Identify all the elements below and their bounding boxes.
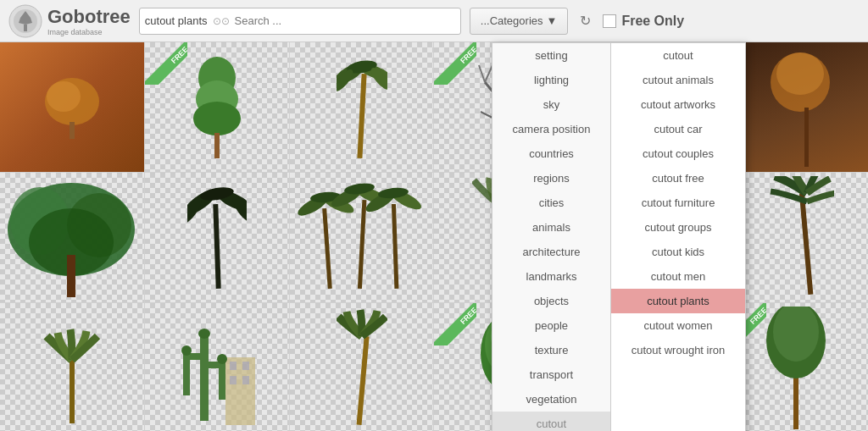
logo-title: Gobotree [47, 6, 131, 28]
right-menu-item-cutout[interactable]: cutout [611, 43, 745, 68]
svg-rect-41 [213, 203, 220, 288]
svg-rect-11 [357, 73, 366, 157]
right-menu-item-cutout-plants[interactable]: cutout plants [611, 289, 745, 313]
logo-subtitle: Image database [47, 28, 131, 36]
svg-rect-69 [200, 336, 209, 421]
right-menu-item-cutout-free[interactable]: cutout free [611, 166, 745, 191]
right-menu-item-cutout-women[interactable]: cutout women [611, 313, 745, 338]
categories-button[interactable]: ...Categories ▼ [470, 8, 569, 35]
search-input[interactable] [235, 14, 455, 27]
free-ribbon-16 [434, 303, 476, 345]
svg-rect-40 [67, 255, 75, 297]
svg-rect-6 [70, 122, 75, 139]
svg-rect-51 [358, 199, 366, 288]
tree-image-8 [187, 179, 247, 297]
tree-image-9 [296, 179, 427, 297]
right-menu-item-cutout-animals[interactable]: cutout animals [611, 68, 745, 92]
free-ribbon-4 [434, 42, 476, 85]
right-menu-item-cutout-artworks[interactable]: cutout artworks [611, 92, 745, 117]
tree-image-2 [187, 52, 247, 163]
svg-rect-63 [70, 360, 75, 423]
svg-rect-73 [209, 362, 219, 368]
left-menu-item-sky[interactable]: sky [492, 92, 610, 117]
chevron-down-icon: ▼ [547, 14, 558, 27]
left-menu-item-setting[interactable]: setting [492, 43, 610, 68]
refresh-button[interactable]: ↻ [576, 9, 594, 32]
svg-rect-77 [356, 336, 369, 425]
image-cell-1[interactable] [0, 42, 144, 172]
left-menu-item-texture[interactable]: texture [492, 338, 610, 362]
left-menu-item-camera-position[interactable]: camera position [492, 117, 610, 141]
image-cell-13[interactable] [0, 303, 144, 431]
left-menu-item-cutout[interactable]: cutout [492, 412, 610, 431]
image-cell-15[interactable] [290, 303, 434, 431]
svg-point-74 [198, 329, 210, 339]
search-box: cutout plants ⊙⊙ [139, 8, 461, 35]
svg-rect-62 [799, 193, 813, 295]
free-only-container: Free Only [603, 14, 684, 29]
svg-rect-66 [242, 362, 249, 370]
svg-rect-10 [214, 133, 220, 158]
image-cell-3[interactable] [290, 42, 434, 172]
left-menu-item-cities[interactable]: cities [492, 191, 610, 215]
right-menu-item-cutout-couples[interactable]: cutout couples [611, 141, 745, 166]
main-area: settinglightingskycamera positioncountri… [0, 42, 868, 431]
left-menu-item-regions[interactable]: regions [492, 166, 610, 191]
svg-rect-70 [183, 353, 190, 395]
left-menu-item-lighting[interactable]: lighting [492, 68, 610, 92]
left-menu-item-people[interactable]: people [492, 313, 610, 338]
svg-rect-55 [392, 203, 398, 288]
right-menu-item-cutout-car[interactable]: cutout car [611, 117, 745, 141]
refresh-icon: ↻ [580, 14, 591, 28]
tree-image-15 [337, 307, 387, 429]
svg-rect-67 [230, 376, 236, 384]
image-cell-2[interactable] [145, 42, 289, 172]
left-menu-item-objects[interactable]: objects [492, 289, 610, 313]
right-menu-item-cutout-groups[interactable]: cutout groups [611, 215, 745, 240]
right-menu-item-cutout-wrought-iron[interactable]: cutout wrought iron [611, 338, 745, 362]
tree-image-18 [758, 307, 834, 429]
logo: Gobotree Image database [8, 4, 131, 38]
left-menu-item-animals[interactable]: animals [492, 215, 610, 240]
right-menu-item-cutout-kids[interactable]: cutout kids [611, 240, 745, 264]
search-navigation-icons[interactable]: ⊙⊙ [213, 15, 230, 27]
tree-image-1 [34, 69, 110, 146]
svg-rect-68 [242, 376, 249, 384]
tree-image-13 [42, 309, 102, 428]
right-menu-item-cutout-men[interactable]: cutout men [611, 264, 745, 289]
svg-rect-47 [322, 207, 332, 288]
left-menu-item-vegetation[interactable]: vegetation [492, 387, 610, 412]
categories-label: ...Categories [481, 14, 543, 27]
svg-rect-65 [230, 362, 236, 370]
right-menu-item-cutout-furniture[interactable]: cutout furniture [611, 191, 745, 215]
svg-point-5 [47, 81, 81, 112]
free-only-label: Free Only [621, 14, 684, 29]
tree-image-14 [175, 307, 259, 429]
logo-text: Gobotree Image database [47, 6, 131, 36]
left-menu-item-landmarks[interactable]: landmarks [492, 264, 610, 289]
image-cell-8[interactable] [145, 173, 289, 302]
image-cell-7[interactable] [0, 173, 144, 302]
tree-image-3 [337, 48, 387, 167]
free-only-checkbox[interactable] [603, 14, 616, 28]
svg-line-22 [479, 65, 485, 82]
svg-rect-71 [190, 353, 200, 360]
categories-dropdown: settinglightingskycamera positioncountri… [492, 42, 746, 431]
svg-rect-35 [804, 108, 809, 167]
header: Gobotree Image database cutout plants ⊙⊙… [0, 0, 868, 42]
tree-image-6 [758, 48, 834, 167]
left-menu-item-architecture[interactable]: architecture [492, 240, 610, 264]
free-ribbon-2 [145, 42, 187, 85]
tree-image-12 [758, 176, 834, 299]
image-cell-9[interactable] [290, 173, 434, 302]
svg-rect-3 [24, 25, 27, 31]
logo-icon [8, 4, 42, 38]
categories-left-menu: settinglightingskycamera positioncountri… [492, 42, 610, 431]
svg-point-75 [181, 345, 192, 356]
categories-right-menu: cutoutcutout animalscutout artworkscutou… [610, 42, 746, 431]
svg-point-34 [776, 52, 824, 95]
left-menu-item-countries[interactable]: countries [492, 141, 610, 166]
image-cell-14[interactable] [145, 303, 289, 431]
left-menu-item-transport[interactable]: transport [492, 362, 610, 387]
svg-rect-72 [219, 362, 225, 400]
